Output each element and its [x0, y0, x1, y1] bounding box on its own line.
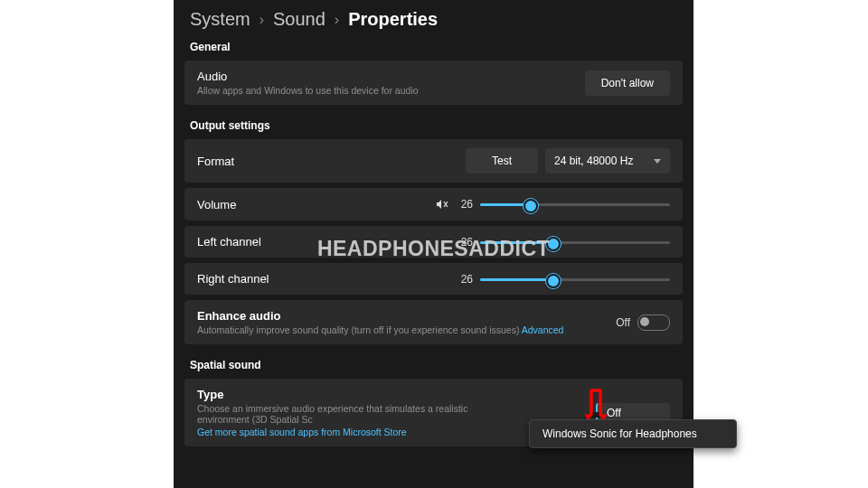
breadcrumb-sound[interactable]: Sound — [273, 9, 326, 30]
dont-allow-button[interactable]: Don't allow — [585, 70, 670, 96]
format-card: Format Test 24 bit, 48000 Hz — [184, 139, 683, 183]
volume-label: Volume — [197, 198, 236, 211]
right-channel-card: Right channel 26 — [184, 263, 683, 295]
chevron-right-icon: › — [259, 12, 264, 28]
breadcrumb: System › Sound › Properties — [174, 0, 693, 35]
chevron-right-icon: › — [335, 12, 339, 28]
format-label: Format — [197, 155, 234, 168]
mute-icon[interactable] — [435, 197, 449, 211]
enhance-subtitle: Automatically improve sound quality (tur… — [197, 324, 563, 335]
format-value: 24 bit, 48000 Hz — [554, 155, 633, 167]
right-margin — [693, 0, 868, 488]
left-channel-card: Left channel 26 — [184, 226, 683, 258]
volume-slider[interactable] — [480, 198, 670, 211]
enhance-toggle[interactable] — [637, 314, 670, 331]
section-spatial: Spatial sound — [174, 357, 693, 373]
enhance-audio-card: Enhance audio Automatically improve soun… — [184, 300, 683, 344]
enhance-state: Off — [616, 316, 630, 329]
audio-subtitle: Allow apps and Windows to use this devic… — [197, 85, 419, 96]
enhance-title: Enhance audio — [197, 309, 563, 323]
left-channel-value: 26 — [457, 236, 473, 249]
spatial-type-card: Type Choose an immersive audio experienc… — [184, 379, 683, 446]
volume-value: 26 — [457, 198, 473, 211]
right-channel-value: 26 — [457, 273, 473, 286]
chevron-down-icon — [654, 159, 661, 164]
spatial-title: Type — [197, 388, 523, 401]
right-channel-label: Right channel — [197, 272, 269, 286]
left-margin — [0, 0, 174, 488]
section-output: Output settings — [174, 117, 693, 134]
test-button[interactable]: Test — [466, 148, 538, 174]
breadcrumb-current: Properties — [348, 9, 438, 30]
format-dropdown[interactable]: 24 bit, 48000 Hz — [545, 148, 670, 174]
settings-panel: System › Sound › Properties General Audi… — [174, 0, 693, 488]
audio-card: Audio Allow apps and Windows to use this… — [184, 61, 683, 105]
advanced-link[interactable]: Advanced — [522, 324, 564, 335]
volume-card: Volume 26 — [184, 188, 683, 221]
audio-title: Audio — [197, 70, 419, 83]
spatial-subtitle: Choose an immersive audio experience tha… — [197, 403, 523, 425]
breadcrumb-system[interactable]: System — [190, 9, 250, 30]
right-channel-slider[interactable] — [480, 273, 670, 286]
left-channel-slider[interactable] — [480, 236, 670, 249]
left-channel-label: Left channel — [197, 235, 261, 249]
section-general: General — [174, 39, 693, 55]
spatial-store-link[interactable]: Get more spatial sound apps from Microso… — [197, 427, 523, 437]
spatial-dropdown-option[interactable]: Windows Sonic for Headphones — [529, 419, 737, 448]
